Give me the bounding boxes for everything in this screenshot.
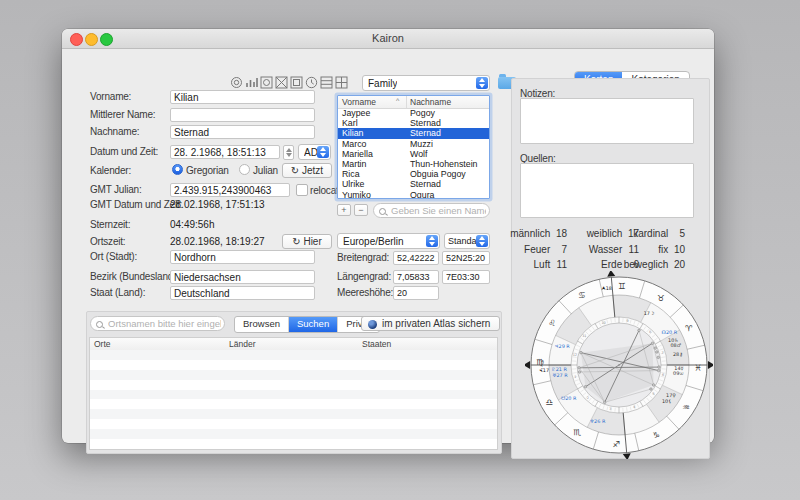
radio-gregorian[interactable] [172,164,183,175]
svg-text:♎: ♎ [545,397,553,407]
tz-mode-stepper-icon [476,235,488,247]
circle-box-icon[interactable] [260,75,273,88]
places-col-staaten[interactable]: Staaten [362,339,391,349]
timezone-stepper-icon [426,235,438,247]
names-table-row[interactable]: RicaObguia Pogoy [338,169,489,179]
grid-icon[interactable] [335,75,348,88]
bezirk-label: Bezirk (Bundesland): [90,271,179,282]
places-table-row[interactable] [90,390,497,400]
natal-chart: ♈♉♊♋♌♍♎♏♐♑♒♓123456789101112♃29 R♇21 R♅27… [525,271,713,459]
era-dropdown[interactable]: AD [298,144,331,160]
names-col-vorname[interactable]: Vorname [342,97,376,107]
mittlerer-name-field[interactable] [170,108,315,122]
names-col-nachname[interactable]: Nachname [410,97,451,107]
row-vorname: Ulrike [342,179,364,189]
cross-box-icon[interactable] [275,75,288,88]
atlas-segmented-control: Browsen Suchen Privat [234,316,380,333]
add-name-button[interactable]: + [337,204,351,216]
breitengrad-decimal-field[interactable] [393,251,439,265]
gmt-julian-field[interactable] [170,183,290,197]
svg-text:♋: ♋ [578,290,586,300]
atlas-search-icon [96,321,103,328]
places-table-row[interactable] [90,409,497,419]
places-table-row[interactable] [90,439,497,449]
segment-browsen[interactable]: Browsen [235,317,289,332]
radio-julian[interactable] [239,164,250,175]
timezone-dropdown[interactable]: Europe/Berlin [337,233,440,249]
names-table-row[interactable]: MartinThun-Hohenstein [338,159,489,169]
date-stepper[interactable] [283,145,294,160]
jetzt-button-label: Jetzt [302,165,323,176]
names-table-row[interactable]: MarcoMuzzi [338,139,489,149]
window-title: Kairon [62,29,714,48]
vorname-field[interactable] [170,90,315,104]
datum-zeit-field[interactable] [170,145,280,159]
places-table-row[interactable] [90,419,497,429]
ortszeit-label: Ortszeit: [90,236,125,247]
save-atlas-button[interactable]: im privaten Atlas sichern [361,316,500,331]
row-nachname: Muzzi [410,139,433,149]
svg-text:☊20 R: ☊20 R [662,329,678,335]
column-divider[interactable] [406,96,407,108]
nachname-field[interactable] [170,125,315,139]
gmt-julian-label: GMT Julian: [90,184,142,195]
hier-button[interactable]: ↻ Hier [282,234,332,249]
laengengrad-decimal-field[interactable] [393,270,439,284]
segment-suchen[interactable]: Suchen [289,317,338,332]
tz-mode-dropdown[interactable]: Standard [444,233,490,249]
atlas-search-field[interactable]: Ortsnamen bitte hier eingeben [90,316,225,331]
quellen-textarea[interactable] [520,163,694,218]
row-nachname: Sternad [410,179,441,189]
jetzt-button[interactable]: ↻ Jetzt [282,163,332,178]
laengengrad-dms-field[interactable] [442,270,490,284]
breitengrad-dms-field[interactable] [442,251,490,265]
places-col-orte[interactable]: Orte [94,339,111,349]
names-table-row[interactable]: YumikoOgura [338,190,489,199]
places-table-row[interactable] [90,380,497,390]
atlas-panel: Ortsnamen bitte hier eingeben Browsen Su… [86,311,502,454]
save-atlas-label: im privaten Atlas sichern [382,318,490,329]
hier-button-label: Hier [303,236,321,247]
breitengrad-label: Breitengrad: [337,252,389,263]
names-table-row[interactable]: KarlSternad [338,118,489,128]
title-bar[interactable]: Kairon [62,29,714,49]
radio-julian-label: Julian [253,165,278,176]
name-search-field[interactable]: Geben Sie einen Namen ein [373,203,490,218]
relocate-checkbox[interactable] [296,184,308,196]
places-col-laender[interactable]: Länder [229,339,255,349]
meereshoehe-field[interactable] [393,286,439,300]
svg-text:7: 7 [662,351,664,355]
rows-icon[interactable] [320,75,333,88]
ortszeit-value: 28.02.1968, 18:19:27 [170,236,265,247]
ort-field[interactable] [170,250,315,264]
names-table-row[interactable]: JaypeePogoy [338,108,489,118]
row-nachname: Obguia Pogoy [410,169,466,179]
stat-fix: fix 10 [658,244,685,255]
bezirk-field[interactable] [170,270,315,284]
places-table-row[interactable] [90,360,497,370]
staat-field[interactable] [170,286,315,300]
svg-text:08♂: 08♂ [670,342,681,348]
vorname-label: Vorname: [90,91,131,102]
remove-name-button[interactable]: − [354,204,368,216]
datum-zeit-label: Datum und Zeit: [90,146,158,157]
names-table-row[interactable]: KilianSternad [338,128,489,138]
names-table-body: JaypeePogoyKarlSternadKilianSternadMarco… [338,108,489,198]
names-table-row[interactable]: MariellaWolf [338,149,489,159]
row-vorname: Mariella [342,149,373,159]
places-table-row[interactable] [90,429,497,439]
era-value: AD [304,146,318,159]
stat-Feuer: Feuer 7 [524,244,567,255]
group-dropdown[interactable]: Family [362,75,490,91]
svg-text:♍: ♍ [536,357,544,367]
clock-icon[interactable] [305,75,318,88]
row-nachname: Pogoy [410,108,435,118]
frame-box-icon[interactable] [290,75,303,88]
places-table-row[interactable] [90,370,497,380]
names-table-row[interactable]: UlrikeSternad [338,179,489,189]
chart-wheel-icon[interactable] [230,75,243,88]
notizen-textarea[interactable] [520,98,694,144]
bar-chart-icon[interactable] [245,75,258,88]
places-table-row[interactable] [90,350,497,360]
places-table-row[interactable] [90,399,497,409]
